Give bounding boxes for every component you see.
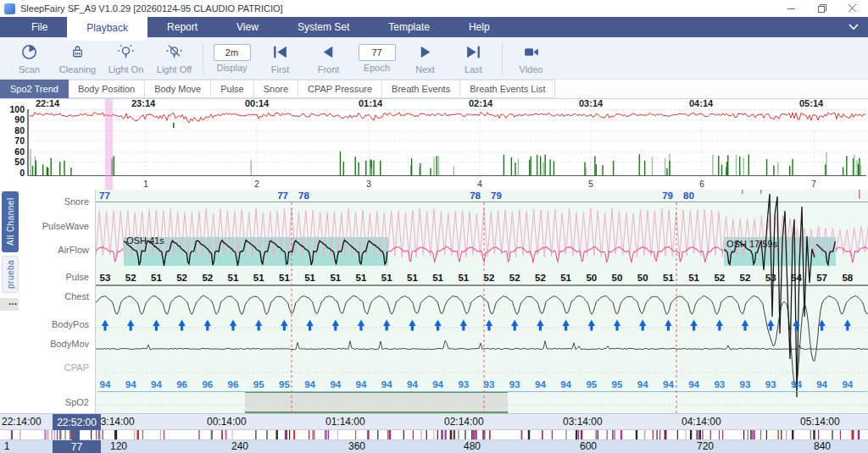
toolbar-button-front[interactable]: Front — [304, 42, 353, 75]
menu-item-file[interactable]: File — [12, 17, 67, 37]
toolbar-button-epoch[interactable]: 77Epoch — [353, 44, 401, 73]
menu-item-view[interactable]: View — [217, 17, 278, 37]
toolbar-label-last: Last — [465, 64, 482, 75]
svg-text:95: 95 — [612, 379, 623, 389]
svg-text:78: 78 — [470, 191, 481, 201]
current-time-highlight[interactable]: 22:52:00 — [53, 414, 101, 430]
front-icon — [320, 42, 337, 63]
toolbar-label-scan: Scan — [19, 64, 40, 75]
spo2-trend-chart[interactable]: 22:1423:1400:1401:1402:1403:1404:1405:14… — [0, 99, 868, 180]
hour-tick: 5 — [588, 180, 593, 189]
channel-label-airflow: AirFlow — [58, 245, 89, 255]
toolbar-button-light-on[interactable]: Light On — [102, 42, 150, 75]
trend-cursor[interactable] — [105, 99, 113, 190]
current-epoch-highlight[interactable]: 77 — [53, 440, 101, 453]
hour-tick: 1 — [143, 180, 148, 189]
toolbar-button-display[interactable]: 2mDisplay — [208, 44, 256, 73]
timeline-epoch-numbers[interactable]: 112024036048060072084077 — [0, 440, 868, 453]
svg-text:50: 50 — [14, 157, 25, 167]
menu-bar: FilePlaybackReportViewSystem SetTemplate… — [0, 17, 868, 37]
tab-body-position[interactable]: Body Position — [69, 80, 145, 98]
timeline-time: 00:14:00 — [207, 416, 247, 428]
timeline-slider-notch[interactable] — [72, 429, 80, 440]
timeline-time: 01:14:00 — [326, 416, 365, 428]
hour-tick: 6 — [699, 180, 704, 189]
svg-text:50: 50 — [637, 273, 648, 283]
side-tab-all-channel[interactable]: All Channel — [2, 191, 19, 252]
toolbar-label-light-on: Light On — [108, 64, 144, 75]
svg-text:94: 94 — [356, 379, 367, 389]
timeline-epoch-number: 240 — [231, 440, 248, 452]
tab-breath-events[interactable]: Breath Events — [382, 80, 460, 98]
bottom-timeline: 22:14:0023:14:0000:14:0001:14:0002:14:00… — [0, 413, 868, 453]
tab-body-move[interactable]: Body Move — [145, 80, 211, 98]
video-icon — [522, 42, 541, 63]
svg-text:94: 94 — [125, 379, 136, 389]
svg-text:94: 94 — [637, 379, 648, 389]
svg-text:94: 94 — [688, 379, 699, 389]
toolbar-label-display: Display — [216, 63, 247, 73]
channel-label-spo2: SpO2 — [65, 397, 89, 407]
menu-item-system-set[interactable]: System Set — [278, 17, 369, 37]
svg-text:52: 52 — [714, 273, 725, 283]
tab-spo2-trend[interactable]: Spo2 Trend — [0, 80, 69, 98]
menu-item-help[interactable]: Help — [449, 17, 509, 37]
cleaning-icon — [69, 42, 86, 63]
svg-text:05:14: 05:14 — [799, 99, 824, 108]
toolbar-button-next[interactable]: Next — [401, 42, 449, 75]
svg-text:52: 52 — [740, 273, 751, 283]
toolbar-button-first[interactable]: First — [256, 42, 304, 75]
event-raster-strip[interactable] — [0, 429, 868, 440]
minimize-button[interactable] — [776, 0, 807, 17]
menu-collapse-chevron-icon[interactable] — [839, 17, 868, 37]
tab-snore[interactable]: Snore — [254, 80, 298, 98]
svg-text:50: 50 — [612, 273, 623, 283]
svg-text:51: 51 — [407, 273, 418, 283]
svg-text:03:14: 03:14 — [579, 99, 604, 108]
toolbar-button-light-off[interactable]: Light Off — [150, 42, 198, 75]
svg-text:94: 94 — [535, 379, 546, 389]
channel-label-cpap: CPAP — [64, 362, 89, 373]
tab-breath-events-list[interactable]: Breath Events List — [460, 80, 555, 98]
toolbar-button-cleaning[interactable]: Cleaning — [53, 42, 102, 75]
display-value-box[interactable]: 2m — [214, 44, 251, 61]
svg-text:80: 80 — [683, 191, 694, 201]
tab-cpap-pressure[interactable]: CPAP Pressure — [298, 80, 382, 98]
epoch-value-box[interactable]: 77 — [359, 44, 396, 61]
svg-text:52: 52 — [535, 273, 546, 283]
side-tab-prueba[interactable]: prueba — [2, 256, 19, 293]
menu-item-template[interactable]: Template — [369, 17, 449, 37]
svg-text:51: 51 — [356, 273, 367, 283]
svg-text:94: 94 — [816, 379, 827, 389]
toolbar-label-first: First — [271, 64, 289, 75]
timeline-epoch-number: 360 — [348, 440, 365, 452]
menu-item-playback[interactable]: Playback — [67, 17, 147, 41]
svg-text:94: 94 — [842, 379, 853, 389]
svg-text:51: 51 — [663, 273, 674, 283]
timeline-epoch-number: 120 — [110, 440, 127, 452]
toolbar-button-scan[interactable]: Scan — [5, 42, 53, 75]
svg-text:00:14: 00:14 — [245, 99, 270, 108]
svg-text:0: 0 — [19, 168, 25, 178]
svg-text:60: 60 — [14, 146, 25, 157]
toolbar-button-video[interactable]: Video — [507, 42, 555, 75]
timeline-epoch-number: 840 — [814, 440, 831, 452]
svg-text:50: 50 — [586, 273, 597, 283]
svg-text:94: 94 — [381, 379, 392, 389]
svg-text:96: 96 — [228, 379, 239, 389]
maximize-button[interactable] — [807, 0, 837, 17]
timeline-time: 23:14:00 — [95, 416, 135, 428]
toolbar-button-last[interactable]: Last — [449, 42, 498, 75]
svg-text:93: 93 — [484, 379, 495, 389]
svg-text:51: 51 — [304, 273, 315, 283]
toolbar-label-light-off: Light Off — [157, 64, 192, 75]
close-button[interactable] — [837, 0, 868, 17]
svg-text:70: 70 — [14, 135, 25, 146]
svg-text:51: 51 — [151, 273, 162, 283]
waveform-plot[interactable]: OSH 41sOSH 17.59s53525152525151515151515… — [95, 190, 868, 413]
tab-pulse[interactable]: Pulse — [211, 80, 254, 98]
svg-text:51: 51 — [688, 273, 699, 283]
timeline-times[interactable]: 22:14:0023:14:0000:14:0001:14:0002:14:00… — [0, 413, 868, 429]
menu-item-report[interactable]: Report — [147, 17, 217, 37]
toolbar-separator — [203, 42, 203, 75]
